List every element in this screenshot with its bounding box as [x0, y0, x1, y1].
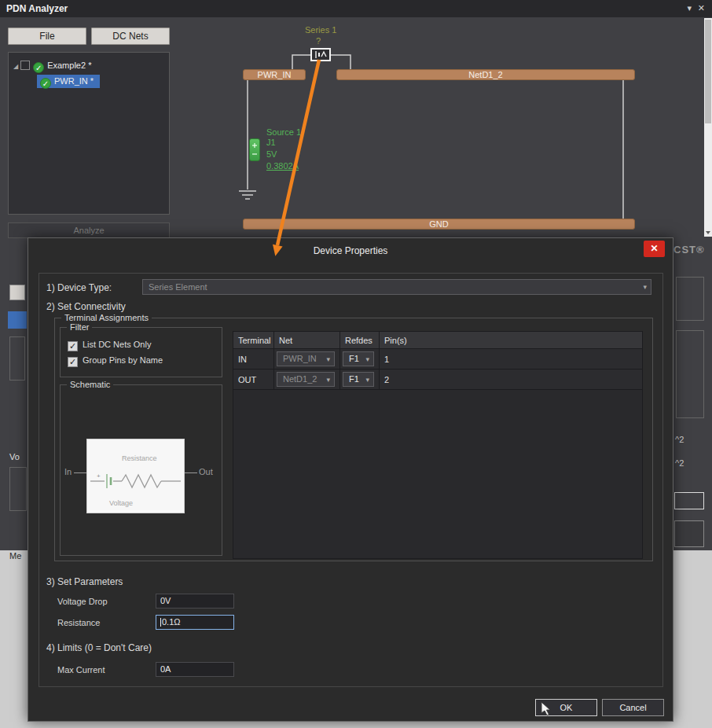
schematic-label: Schematic	[67, 379, 113, 390]
pins-cell: 1	[380, 349, 642, 369]
device-type-value: Series Element	[149, 282, 207, 292]
tree-row-example2[interactable]: ◢✓Example2 *	[9, 57, 169, 73]
net-dropdown-out[interactable]: NetD1_2 ▾	[277, 372, 335, 387]
source-voltage-label: 5V	[266, 149, 277, 159]
dialog-title: Device Properties	[28, 245, 673, 256]
bg-fragment-sq1: ^2	[675, 435, 684, 444]
bg-fragment-box	[674, 492, 704, 509]
series-element[interactable]	[310, 48, 331, 61]
table-row-in[interactable]: IN PWR_IN ▾ F1 ▾ 1	[233, 349, 642, 370]
tree-label-example2: Example2 *	[47, 61, 91, 70]
series-element-schematic-icon: Resistance + Voltage	[87, 439, 184, 513]
terminal-table-header: Terminal Net Refdes Pin(s)	[233, 332, 642, 349]
refdes-dropdown-in-value: F1	[349, 354, 359, 363]
bg-fragment-box	[674, 520, 704, 547]
bg-fragment-box	[9, 467, 27, 511]
resistance-field[interactable]: 0.1Ω	[156, 615, 234, 630]
example2-checkbox[interactable]	[20, 61, 30, 70]
voltage-drop-field[interactable]: 0V	[156, 594, 234, 609]
max-current-label: Max Current	[57, 665, 105, 675]
net-dropdown-in-value: PWR_IN	[283, 354, 317, 363]
resistance-label: Resistance	[57, 618, 100, 627]
terminal-cell: OUT	[233, 370, 274, 389]
series-label: Series 1	[305, 25, 336, 35]
scrollbar-down-arrow-icon[interactable]	[706, 231, 710, 234]
analyze-button[interactable]: Analyze	[8, 222, 170, 238]
chevron-down-icon: ▾	[365, 352, 369, 366]
net-bar-netd1-2[interactable]: NetD1_2	[336, 69, 635, 80]
file-button[interactable]: File	[8, 28, 86, 45]
vertical-scrollbar[interactable]	[704, 18, 712, 237]
tree-item-pwrin-selected[interactable]: ✓PWR_IN *	[37, 75, 100, 88]
chevron-down-icon: ▾	[365, 373, 369, 387]
dc-nets-button[interactable]: DC Nets	[91, 28, 170, 45]
list-dc-nets-checkbox-row[interactable]: ✓List DC Nets Only	[68, 339, 151, 350]
set-connectivity-label: 2) Set Connectivity	[46, 301, 126, 312]
expander-icon[interactable]: ◢	[13, 63, 18, 70]
schematic-resistance-label: Resistance	[122, 454, 157, 462]
cst-logo-fragment: CST®	[673, 244, 705, 256]
resistance-value: 0.1Ω	[162, 617, 181, 627]
group-pins-label: Group Pins by Name	[83, 355, 163, 365]
pins-cell: 2	[380, 370, 642, 389]
scrollbar-thumb[interactable]	[705, 20, 711, 123]
max-current-field[interactable]: 0A	[156, 662, 234, 677]
table-row-out[interactable]: OUT NetD1_2 ▾ F1 ▾ 2	[233, 370, 642, 390]
source-current-link[interactable]: 0.3802A	[266, 161, 299, 171]
group-pins-checkbox-row[interactable]: ✓Group Pins by Name	[68, 355, 163, 366]
voltage-drop-label: Voltage Drop	[57, 597, 108, 606]
cancel-button[interactable]: Cancel	[602, 699, 664, 716]
ok-button[interactable]: OK	[535, 699, 597, 716]
set-parameters-label: 3) Set Parameters	[46, 576, 123, 587]
terminal-cell: IN	[233, 349, 274, 369]
device-type-label: 1) Device Type:	[46, 282, 112, 293]
chevron-down-icon: ▾	[643, 280, 647, 294]
text-cursor	[160, 618, 161, 627]
refdes-dropdown-in[interactable]: F1 ▾	[343, 351, 374, 366]
schematic-voltage-label: Voltage	[109, 499, 133, 507]
check-circle-icon: ✓	[33, 62, 44, 73]
schematic-in-label: In	[64, 467, 72, 476]
battery-icon	[250, 139, 259, 160]
chevron-down-icon: ▾	[326, 373, 330, 387]
refdes-cell: F1 ▾	[340, 370, 380, 389]
bg-fragment-box	[676, 330, 704, 418]
tree-panel: ◢✓Example2 * ✓PWR_IN *	[8, 52, 170, 215]
bg-fragment-vo: Vo	[9, 452, 20, 461]
bg-fragment-selected-item	[8, 311, 27, 329]
schematic-out-label: Out	[199, 467, 213, 476]
col-refdes: Refdes	[340, 332, 380, 348]
limits-label: 4) Limits (0 = Don't Care)	[46, 642, 152, 653]
checkbox-checked-icon[interactable]: ✓	[68, 357, 78, 367]
source-refdes-label: J1	[266, 138, 276, 147]
window-close-icon[interactable]: ✕	[698, 3, 705, 13]
bg-fragment-me: Me	[9, 551, 21, 561]
list-dc-nets-label: List DC Nets Only	[83, 340, 151, 349]
net-dropdown-in[interactable]: PWR_IN ▾	[277, 351, 335, 366]
check-circle-icon: ✓	[40, 78, 51, 89]
checkbox-checked-icon[interactable]: ✓	[68, 341, 78, 351]
tree-row-pwrin[interactable]: ✓PWR_IN *	[9, 73, 169, 89]
schematic-wire	[185, 472, 197, 473]
net-cell: PWR_IN ▾	[274, 349, 340, 369]
voltage-source[interactable]	[249, 138, 260, 161]
window-title: PDN Analyzer	[6, 3, 68, 14]
col-terminal: Terminal	[233, 332, 274, 348]
schematic-group: Schematic In Out Resistance + Voltage	[60, 384, 222, 556]
tree-label-pwrin: PWR_IN *	[54, 76, 94, 86]
bg-fragment-box	[9, 336, 25, 381]
filter-group: Filter ✓List DC Nets Only ✓Group Pins by…	[60, 327, 222, 377]
net-dropdown-out-value: NetD1_2	[283, 374, 317, 384]
col-pins: Pin(s)	[380, 332, 642, 348]
app-window: PDN Analyzer ▾ ✕ File DC Nets ◢✓Example2…	[0, 0, 712, 728]
net-bar-pwr-in[interactable]: PWR_IN	[243, 69, 306, 80]
net-bar-gnd[interactable]: GND	[243, 219, 635, 230]
schematic-symbol-panel: Resistance + Voltage	[86, 439, 185, 513]
bg-fragment-sq2: ^2	[675, 458, 684, 468]
dialog-close-button[interactable]: ✕	[644, 241, 665, 257]
window-menu-icon[interactable]: ▾	[687, 3, 692, 13]
bg-fragment-box	[676, 277, 704, 321]
device-type-dropdown[interactable]: Series Element ▾	[142, 279, 651, 295]
refdes-dropdown-out[interactable]: F1 ▾	[343, 372, 374, 387]
series-value: ?	[316, 36, 321, 46]
